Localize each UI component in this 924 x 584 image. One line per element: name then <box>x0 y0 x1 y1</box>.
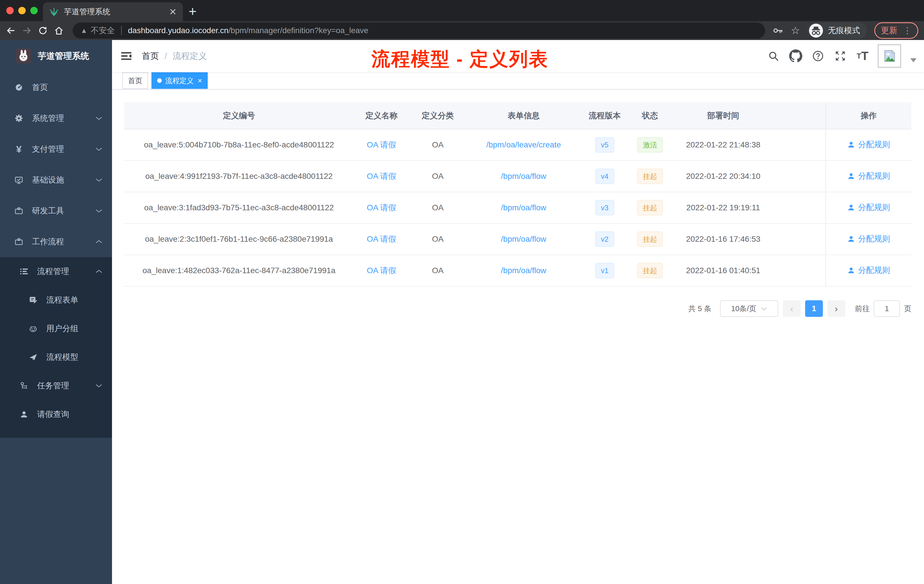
tab-title: 芋道管理系统 <box>64 7 169 17</box>
sidebar-item-system[interactable]: 系统管理 <box>0 103 112 134</box>
back-icon[interactable] <box>6 25 22 36</box>
minimize-window-button[interactable] <box>18 7 26 14</box>
status-badge: 挂起 <box>637 231 663 247</box>
prev-page-button[interactable]: ‹ <box>783 300 800 317</box>
chevron-down-icon <box>96 384 102 388</box>
menu-label: 基础设施 <box>32 175 64 185</box>
cell-deploy-time: 2022-01-16 01:40:51 <box>671 255 775 286</box>
definition-name-link[interactable]: OA 请假 <box>367 203 396 212</box>
tag-label: 流程定义 <box>165 76 194 86</box>
definition-name-link[interactable]: OA 请假 <box>367 140 396 149</box>
menu-label: 系统管理 <box>32 113 64 124</box>
forward-icon[interactable] <box>22 25 38 36</box>
tab-close-icon[interactable] <box>169 8 177 15</box>
close-window-button[interactable] <box>6 7 14 14</box>
sidebar-item-dev-tools[interactable]: 研发工具 <box>0 195 112 226</box>
col-status: 状态 <box>629 102 672 129</box>
definition-name-link[interactable]: OA 请假 <box>367 266 396 275</box>
form-info-link[interactable]: /bpm/oa/flow <box>501 234 546 243</box>
sidebar-item-user-group[interactable]: 用户分组 <box>0 314 112 343</box>
definition-name-link[interactable]: OA 请假 <box>367 172 396 181</box>
chevron-down-icon <box>761 307 767 310</box>
github-icon[interactable] <box>789 48 803 64</box>
tag-process-definition[interactable]: 流程定义 × <box>152 72 208 89</box>
table-row: oa_leave:3:1fad3d93-7b75-11ec-a3c8-acde4… <box>124 192 911 223</box>
version-badge[interactable]: v4 <box>595 168 614 184</box>
menu-label: 用户分组 <box>46 323 78 334</box>
page-content: 定义编号 定义名称 定义分类 表单信息 流程版本 状态 部署时间 操作 <box>112 90 924 584</box>
maximize-window-button[interactable] <box>30 7 38 14</box>
form-info-link[interactable]: /bpm/oa/flow <box>501 203 546 212</box>
update-button[interactable]: 更新 ⋮ <box>874 22 918 39</box>
tag-close-icon[interactable]: × <box>198 76 202 85</box>
url-bar[interactable]: ▲ 不安全 dashboard.yudao.iocoder.cn /bpm/ma… <box>73 23 765 39</box>
sidebar-item-leave-query[interactable]: 请假查询 <box>0 400 112 429</box>
navbar-right: TT <box>766 44 917 68</box>
incognito-badge: 无痕模式 <box>807 22 867 39</box>
cell-category: OA <box>409 129 467 160</box>
form-info-link[interactable]: /bpm/oa/leave/create <box>486 140 561 149</box>
goto-page-input[interactable] <box>874 300 900 317</box>
table-row: oa_leave:5:004b710b-7b8a-11ec-8ef0-acde4… <box>124 129 911 160</box>
assign-rule-button[interactable]: 分配规则 <box>847 171 890 181</box>
font-size-icon[interactable]: TT <box>855 48 870 64</box>
search-icon[interactable] <box>766 48 780 64</box>
url-path: /bpm/manager/definition?key=oa_leave <box>229 26 369 35</box>
new-tab-button[interactable]: + <box>188 3 196 20</box>
page-size-select[interactable]: 10条/页 <box>720 300 778 317</box>
password-key-icon[interactable] <box>772 25 784 36</box>
avatar-dropdown-caret[interactable] <box>910 58 917 62</box>
next-page-button[interactable]: › <box>827 300 845 317</box>
browser-tab[interactable]: 芋道管理系统 <box>43 2 183 21</box>
reload-icon[interactable] <box>38 25 54 36</box>
version-badge[interactable]: v1 <box>595 263 614 278</box>
col-definition-name: 定义名称 <box>354 102 409 129</box>
breadcrumb-home[interactable]: 首页 <box>142 50 159 62</box>
cell-deploy-time: 2022-01-22 19:19:11 <box>671 192 775 223</box>
breadcrumb-separator: / <box>165 51 167 61</box>
menu-label: 流程管理 <box>37 266 69 277</box>
assign-rule-button[interactable]: 分配规则 <box>847 233 890 244</box>
menu-label: 研发工具 <box>32 205 64 216</box>
status-badge: 挂起 <box>637 168 663 184</box>
hamburger-icon[interactable] <box>120 51 132 61</box>
cell-definition-id: oa_leave:5:004b710b-7b8a-11ec-8ef0-acde4… <box>124 129 354 160</box>
chevron-up-icon <box>96 240 102 244</box>
cell-deploy-time: 2022-01-22 20:34:10 <box>671 160 775 192</box>
tag-home[interactable]: 首页 <box>122 72 148 89</box>
avatar-broken-image[interactable] <box>878 44 901 68</box>
form-info-link[interactable]: /bpm/oa/flow <box>501 266 546 275</box>
sidebar-item-task-management[interactable]: 任务管理 <box>0 371 112 400</box>
security-warning-icon: ▲ <box>81 26 87 35</box>
dashboard-icon <box>13 83 25 92</box>
assign-rule-button[interactable]: 分配规则 <box>847 139 890 150</box>
sidebar-item-workflow[interactable]: 工作流程 <box>0 226 112 257</box>
version-badge[interactable]: v5 <box>595 137 614 153</box>
fullscreen-icon[interactable] <box>833 48 847 64</box>
definition-name-link[interactable]: OA 请假 <box>367 234 396 243</box>
sidebar-item-infrastructure[interactable]: 基础设施 <box>0 165 112 195</box>
version-badge[interactable]: v3 <box>595 200 614 215</box>
briefcase-icon <box>13 237 25 246</box>
sidebar-item-home[interactable]: 首页 <box>0 72 112 103</box>
table-header-row: 定义编号 定义名称 定义分类 表单信息 流程版本 状态 部署时间 操作 <box>124 102 911 129</box>
page-size-value: 10条/页 <box>731 304 756 314</box>
home-icon[interactable] <box>54 25 70 36</box>
form-info-link[interactable]: /bpm/oa/flow <box>501 172 546 181</box>
help-icon[interactable] <box>811 48 825 64</box>
menu-kebab-icon[interactable]: ⋮ <box>903 28 912 33</box>
version-badge[interactable]: v2 <box>595 231 614 247</box>
sidebar-item-payment[interactable]: ¥ 支付管理 <box>0 134 112 165</box>
sidebar-item-process-model[interactable]: 流程模型 <box>0 343 112 371</box>
chevron-down-icon <box>96 147 102 151</box>
sidebar-item-process-management[interactable]: 流程管理 <box>0 257 112 286</box>
bookmark-star-icon[interactable]: ☆ <box>791 25 800 36</box>
menu-label: 首页 <box>32 82 48 93</box>
assign-rule-button[interactable]: 分配规则 <box>847 202 890 213</box>
status-badge: 挂起 <box>637 263 663 278</box>
page-1-button[interactable]: 1 <box>805 300 823 317</box>
sidebar-item-process-form[interactable]: 流程表单 <box>0 286 112 314</box>
security-label[interactable]: 不安全 <box>91 25 115 36</box>
assign-rule-button[interactable]: 分配规则 <box>847 265 890 276</box>
toolbox-icon <box>13 206 25 215</box>
